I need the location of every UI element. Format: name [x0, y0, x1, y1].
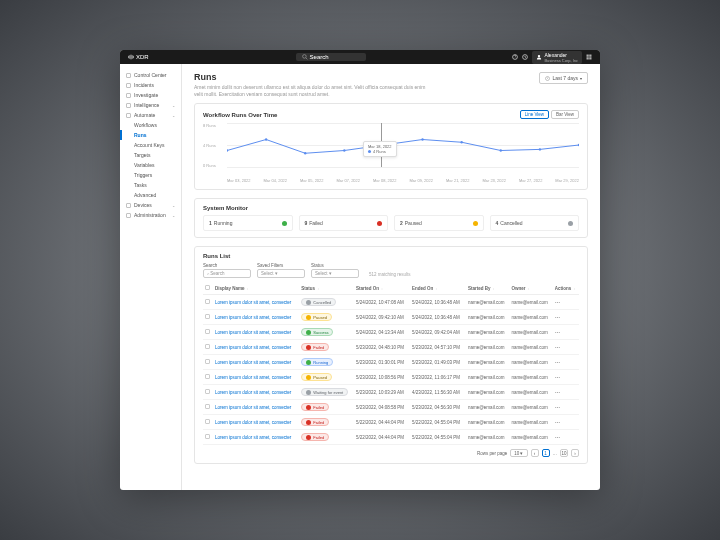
apps-icon[interactable]: [586, 54, 592, 60]
status-badge: Cancelled: [301, 298, 336, 306]
page-1[interactable]: 1: [542, 449, 550, 457]
row-checkbox[interactable]: [205, 434, 210, 439]
row-actions[interactable]: ⋯: [553, 370, 579, 385]
run-name-link[interactable]: Lorem ipsum dolor sit amet, consecter: [213, 325, 299, 340]
sidebar-item-label: Account Keys: [134, 142, 165, 148]
sidebar-item-intelligence[interactable]: Intelligence⌄: [120, 100, 181, 110]
column-started-by[interactable]: Started By ↕: [466, 282, 509, 295]
sidebar-item-control-center[interactable]: Control Center: [120, 70, 181, 80]
row-checkbox[interactable]: [205, 389, 210, 394]
alert-icon: [126, 83, 131, 88]
status-badge: Failed: [301, 418, 329, 426]
column-started-on[interactable]: Started On ↕: [354, 282, 410, 295]
run-name-link[interactable]: Lorem ipsum dolor sit amet, consecter: [213, 415, 299, 430]
row-actions[interactable]: ⋯: [553, 310, 579, 325]
row-checkbox[interactable]: [205, 344, 210, 349]
chevron-down-icon: ⌄: [172, 213, 175, 218]
row-checkbox[interactable]: [205, 404, 210, 409]
run-name-link[interactable]: Lorem ipsum dolor sit amet, consecter: [213, 370, 299, 385]
run-name-link[interactable]: Lorem ipsum dolor sit amet, consecter: [213, 310, 299, 325]
y-tick: 4 Runs: [203, 143, 216, 148]
sidebar-item-label: Tasks: [134, 182, 147, 188]
help-icon[interactable]: ?: [512, 54, 518, 60]
run-name-link[interactable]: Lorem ipsum dolor sit amet, consecter: [213, 340, 299, 355]
row-actions[interactable]: ⋯: [553, 340, 579, 355]
page-ellipsis: …: [553, 451, 558, 456]
row-actions[interactable]: ⋯: [553, 415, 579, 430]
sidebar-item-label: Variables: [134, 162, 154, 168]
x-tick: Mar 09, 2022: [409, 178, 433, 183]
sidebar-item-runs[interactable]: Runs: [120, 130, 181, 140]
sidebar-item-label: Automate: [134, 112, 155, 118]
monitor-cell-paused[interactable]: 2Paused: [394, 215, 484, 231]
sidebar-item-variables[interactable]: Variables: [120, 160, 181, 170]
row-checkbox[interactable]: [205, 299, 210, 304]
clock-icon[interactable]: [522, 54, 528, 60]
sidebar-item-account-keys[interactable]: Account Keys: [120, 140, 181, 150]
row-checkbox[interactable]: [205, 314, 210, 319]
rows-per-page-select[interactable]: 10 ▾: [510, 449, 527, 457]
column-ended-on[interactable]: Ended On ↕: [410, 282, 466, 295]
search-icon: [126, 93, 131, 98]
ended-on: 5/24/2022, 09:42:04 AM: [410, 325, 466, 340]
row-actions[interactable]: ⋯: [553, 385, 579, 400]
titlebar: XDR Search ? Alexander Business Corp, In…: [120, 50, 600, 64]
column-owner[interactable]: Owner ↕: [509, 282, 552, 295]
sidebar-item-administration[interactable]: Administration⌄: [120, 210, 181, 220]
run-name-link[interactable]: Lorem ipsum dolor sit amet, consecter: [213, 430, 299, 445]
run-name-link[interactable]: Lorem ipsum dolor sit amet, consecter: [213, 295, 299, 310]
svg-rect-7: [590, 55, 591, 56]
status-select[interactable]: Select ▾: [311, 269, 359, 278]
row-actions[interactable]: ⋯: [553, 355, 579, 370]
monitor-cell-failed[interactable]: 9Failed: [299, 215, 389, 231]
page-last[interactable]: 10: [560, 449, 568, 457]
select-all-checkbox[interactable]: [205, 285, 210, 290]
column-actions[interactable]: Actions ↕: [553, 282, 579, 295]
run-name-link[interactable]: Lorem ipsum dolor sit amet, consecter: [213, 400, 299, 415]
sidebar: Control CenterIncidentsInvestigateIntell…: [120, 64, 182, 490]
saved-filters-select[interactable]: Select ▾: [257, 269, 305, 278]
row-checkbox[interactable]: [205, 374, 210, 379]
row-actions[interactable]: ⋯: [553, 400, 579, 415]
sidebar-item-advanced[interactable]: Advanced: [120, 190, 181, 200]
started-on: 5/22/2022, 04:44:04 PM: [354, 415, 410, 430]
row-checkbox[interactable]: [205, 329, 210, 334]
page-next[interactable]: ›: [571, 449, 579, 457]
global-search[interactable]: Search: [296, 53, 366, 61]
date-range-picker[interactable]: Last 7 days ▾: [539, 72, 588, 84]
monitor-cell-running[interactable]: 1Running: [203, 215, 293, 231]
column-status[interactable]: Status ↕: [299, 282, 354, 295]
sidebar-item-incidents[interactable]: Incidents: [120, 80, 181, 90]
sidebar-item-workflows[interactable]: Workflows: [120, 120, 181, 130]
sidebar-item-investigate[interactable]: Investigate: [120, 90, 181, 100]
user-menu[interactable]: Alexander Business Corp, Inc: [532, 51, 582, 64]
sidebar-item-triggers[interactable]: Triggers: [120, 170, 181, 180]
column-display-name[interactable]: Display Name ↕: [213, 282, 299, 295]
row-checkbox[interactable]: [205, 359, 210, 364]
sidebar-item-automate[interactable]: Automate⌄: [120, 110, 181, 120]
sidebar-item-targets[interactable]: Targets: [120, 150, 181, 160]
sidebar-item-label: Runs: [134, 132, 147, 138]
row-checkbox[interactable]: [205, 419, 210, 424]
svg-point-22: [227, 149, 228, 151]
sidebar-item-devices[interactable]: Devices⌄: [120, 200, 181, 210]
started-on: 5/23/2022, 04:08:58 PM: [354, 400, 410, 415]
line-view-toggle[interactable]: Line View: [520, 110, 549, 119]
x-tick: Mar 29, 2022: [555, 178, 579, 183]
ended-on: 5/23/2022, 04:56:30 PM: [410, 400, 466, 415]
monitor-cell-cancelled[interactable]: 4Cancelled: [490, 215, 580, 231]
row-actions[interactable]: ⋯: [553, 430, 579, 445]
row-actions[interactable]: ⋯: [553, 295, 579, 310]
search-input[interactable]: ⌕ Search: [203, 269, 251, 278]
run-name-link[interactable]: Lorem ipsum dolor sit amet, consecter: [213, 355, 299, 370]
sidebar-item-tasks[interactable]: Tasks: [120, 180, 181, 190]
ended-on: 5/24/2022, 10:36:48 AM: [410, 295, 466, 310]
svg-rect-14: [127, 73, 131, 77]
runs-chart[interactable]: 8 Runs 4 Runs 0 Runs Mar 18, 2022 4 Runs: [203, 123, 579, 183]
bar-view-toggle[interactable]: Bar View: [551, 110, 579, 119]
run-name-link[interactable]: Lorem ipsum dolor sit amet, consecter: [213, 385, 299, 400]
page-prev[interactable]: ‹: [531, 449, 539, 457]
sidebar-item-label: Administration: [134, 212, 166, 218]
row-actions[interactable]: ⋯: [553, 325, 579, 340]
started-on: 5/24/2022, 10:47:08 AM: [354, 295, 410, 310]
